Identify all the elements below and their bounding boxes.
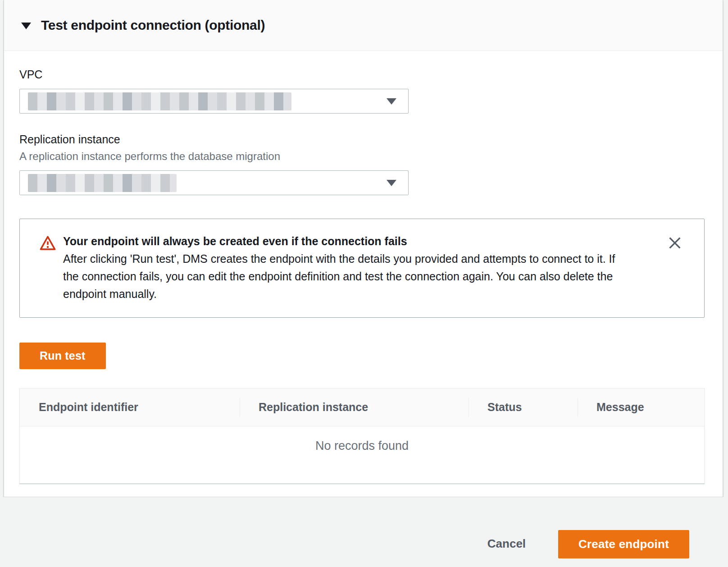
- column-header-message: Message: [578, 389, 704, 426]
- form-footer: Cancel Create endpoint: [0, 497, 728, 567]
- section-collapse-caret-icon: [21, 23, 31, 29]
- column-header-endpoint-identifier: Endpoint identifier: [20, 389, 240, 426]
- warning-triangle-icon: [40, 235, 56, 251]
- replication-instance-description: A replication instance performs the data…: [19, 150, 723, 163]
- section-header-toggle[interactable]: Test endpoint connection (optional): [4, 0, 723, 51]
- replication-instance-label: Replication instance: [19, 133, 723, 146]
- test-results-table: Endpoint identifier Replication instance…: [19, 388, 705, 484]
- cancel-button[interactable]: Cancel: [483, 530, 530, 558]
- test-endpoint-connection-panel: Test endpoint connection (optional) VPC …: [4, 0, 723, 497]
- run-test-button[interactable]: Run test: [19, 343, 106, 369]
- section-content: VPC Replication instance A replication i…: [4, 51, 723, 484]
- close-icon: [667, 235, 682, 251]
- alert-close-button[interactable]: [667, 235, 682, 251]
- replication-instance-select-value-redacted: [28, 174, 177, 192]
- create-endpoint-button[interactable]: Create endpoint: [558, 530, 689, 558]
- table-empty-state: No records found: [20, 426, 704, 483]
- vpc-select[interactable]: [19, 89, 409, 114]
- vpc-caret-down-icon: [387, 98, 396, 105]
- table-header-row: Endpoint identifier Replication instance…: [20, 389, 704, 426]
- replication-instance-caret-down-icon: [387, 180, 396, 186]
- alert-title: Your endpoint will always be created eve…: [63, 233, 633, 250]
- endpoint-warning-alert: Your endpoint will always be created eve…: [19, 219, 705, 318]
- column-header-replication-instance: Replication instance: [240, 389, 469, 426]
- vpc-label: VPC: [19, 68, 723, 81]
- replication-instance-select[interactable]: [19, 170, 409, 195]
- alert-body: After clicking 'Run test', DMS creates t…: [63, 250, 633, 303]
- column-header-status: Status: [469, 389, 578, 426]
- section-title: Test endpoint connection (optional): [41, 18, 265, 33]
- vpc-select-value-redacted: [28, 92, 291, 110]
